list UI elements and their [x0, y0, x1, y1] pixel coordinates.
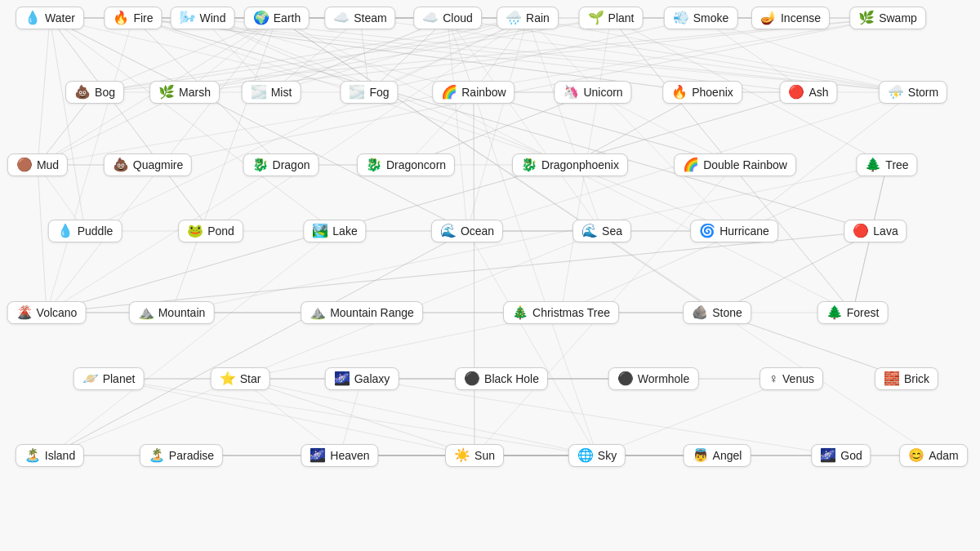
- node-label-phoenix: Phoenix: [692, 86, 733, 99]
- node-icon-mountain: ⛰️: [138, 306, 154, 319]
- node-water[interactable]: 💧Water: [16, 7, 84, 29]
- node-tree[interactable]: 🌲Tree: [856, 153, 917, 176]
- node-label-swamp: Swamp: [879, 11, 917, 24]
- node-label-wormhole: Wormhole: [638, 372, 690, 385]
- node-sky[interactable]: 🌐Sky: [568, 444, 626, 467]
- node-label-sky: Sky: [598, 449, 617, 462]
- node-rain[interactable]: 🌧️Rain: [497, 7, 559, 29]
- node-storm[interactable]: ⛈️Storm: [879, 81, 947, 104]
- node-lake[interactable]: 🏞️Lake: [303, 220, 366, 242]
- node-fog[interactable]: 🌫️Fog: [340, 81, 398, 104]
- node-dragonphoenix[interactable]: 🐉Dragonphoenix: [512, 153, 628, 176]
- node-volcano[interactable]: 🌋Volcano: [7, 301, 87, 324]
- node-icon-puddle: 💧: [57, 224, 74, 238]
- node-dragoncorn[interactable]: 🐉Dragoncorn: [357, 153, 455, 176]
- node-label-smoke: Smoke: [693, 11, 729, 24]
- node-quagmire[interactable]: 💩Quagmire: [104, 153, 192, 176]
- node-hurricane[interactable]: 🌀Hurricane: [690, 220, 778, 242]
- node-brick[interactable]: 🧱Brick: [875, 367, 938, 390]
- node-label-steam: Steam: [354, 11, 386, 24]
- node-sun[interactable]: ☀️Sun: [445, 444, 504, 467]
- node-label-stone: Stone: [712, 306, 742, 319]
- node-fire[interactable]: 🔥Fire: [104, 7, 162, 29]
- node-label-marsh: Marsh: [179, 86, 211, 99]
- node-label-mountainrange: Mountain Range: [330, 306, 414, 319]
- node-label-brick: Brick: [904, 372, 929, 385]
- node-bog[interactable]: 💩Bog: [65, 81, 124, 104]
- node-sea[interactable]: 🌊Sea: [572, 220, 631, 242]
- node-icon-wormhole: ⚫: [617, 372, 634, 385]
- node-label-incense: Incense: [781, 11, 821, 24]
- node-icon-stone: 🪨: [692, 306, 708, 319]
- node-venus[interactable]: ♀Venus: [760, 367, 823, 390]
- node-label-sea: Sea: [602, 224, 622, 238]
- node-island[interactable]: 🏝️Island: [16, 444, 84, 467]
- node-pond[interactable]: 🐸Pond: [178, 220, 243, 242]
- node-planet[interactable]: 🪐Planet: [74, 367, 145, 390]
- node-icon-blackhole: ⚫: [464, 372, 480, 385]
- node-ocean[interactable]: 🌊Ocean: [431, 220, 503, 242]
- node-ash[interactable]: 🔴Ash: [779, 81, 837, 104]
- node-rainbow[interactable]: 🌈Rainbow: [432, 81, 514, 104]
- node-icon-phoenix: 🔥: [671, 86, 688, 99]
- node-mountain[interactable]: ⛰️Mountain: [129, 301, 215, 324]
- node-icon-sky: 🌐: [577, 449, 594, 462]
- node-blackhole[interactable]: ⚫Black Hole: [455, 367, 548, 390]
- node-doublerainbow[interactable]: 🌈Double Rainbow: [674, 153, 796, 176]
- node-icon-forest: 🌲: [826, 306, 843, 319]
- node-icon-christmastree: 🎄: [512, 306, 528, 319]
- node-puddle[interactable]: 💧Puddle: [48, 220, 122, 242]
- node-icon-hurricane: 🌀: [699, 224, 715, 238]
- node-label-cloud: Cloud: [443, 11, 473, 24]
- node-icon-quagmire: 💩: [113, 158, 129, 171]
- node-icon-sea: 🌊: [581, 224, 598, 238]
- node-adam[interactable]: 😊Adam: [899, 444, 968, 467]
- node-forest[interactable]: 🌲Forest: [817, 301, 889, 324]
- node-unicorn[interactable]: 🦄Unicorn: [554, 81, 631, 104]
- node-wormhole[interactable]: ⚫Wormhole: [608, 367, 699, 390]
- node-stone[interactable]: 🪨Stone: [683, 301, 751, 324]
- node-label-wind: Wind: [200, 11, 226, 24]
- node-mud[interactable]: 🟤Mud: [7, 153, 68, 176]
- node-icon-mountainrange: ⛰️: [310, 306, 326, 319]
- node-label-lake: Lake: [332, 224, 357, 238]
- node-label-sun: Sun: [474, 449, 495, 462]
- node-galaxy[interactable]: 🌌Galaxy: [325, 367, 399, 390]
- node-label-star: Star: [240, 372, 261, 385]
- node-earth[interactable]: 🌍Earth: [244, 7, 310, 29]
- node-icon-ocean: 🌊: [440, 224, 457, 238]
- node-dragon[interactable]: 🐉Dragon: [243, 153, 319, 176]
- node-smoke[interactable]: 💨Smoke: [664, 7, 738, 29]
- node-cloud[interactable]: ☁️Cloud: [413, 7, 482, 29]
- node-label-forest: Forest: [847, 306, 880, 319]
- node-lava[interactable]: 🔴Lava: [844, 220, 906, 242]
- node-angel[interactable]: 👼Angel: [684, 444, 751, 467]
- node-swamp[interactable]: 🌿Swamp: [849, 7, 926, 29]
- node-label-ash: Ash: [808, 86, 828, 99]
- node-label-island: Island: [45, 449, 75, 462]
- node-label-mist: Mist: [271, 86, 292, 99]
- node-paradise[interactable]: 🏝️Paradise: [140, 444, 223, 467]
- node-plant[interactable]: 🌱Plant: [579, 7, 644, 29]
- node-label-venus: Venus: [782, 372, 814, 385]
- node-label-paradise: Paradise: [169, 449, 214, 462]
- node-label-unicorn: Unicorn: [583, 86, 622, 99]
- node-icon-star: ⭐: [220, 372, 236, 385]
- node-icon-ash: 🔴: [788, 86, 804, 99]
- node-mountainrange[interactable]: ⛰️Mountain Range: [301, 301, 423, 324]
- node-christmastree[interactable]: 🎄Christmas Tree: [503, 301, 619, 324]
- node-label-christmastree: Christmas Tree: [532, 306, 610, 319]
- node-label-storm: Storm: [908, 86, 938, 99]
- node-marsh[interactable]: 🌿Marsh: [149, 81, 220, 104]
- node-mist[interactable]: 🌫️Mist: [242, 81, 301, 104]
- node-icon-doublerainbow: 🌈: [683, 158, 699, 171]
- node-star[interactable]: ⭐Star: [211, 367, 270, 390]
- node-god[interactable]: 🌌God: [811, 444, 871, 467]
- node-heaven[interactable]: 🌌Heaven: [301, 444, 378, 467]
- node-phoenix[interactable]: 🔥Phoenix: [662, 81, 742, 104]
- node-steam[interactable]: ☁️Steam: [324, 7, 395, 29]
- node-icon-incense: 🪔: [760, 11, 777, 24]
- node-wind[interactable]: 🌬️Wind: [171, 7, 235, 29]
- node-icon-lake: 🏞️: [312, 224, 328, 238]
- node-incense[interactable]: 🪔Incense: [751, 7, 830, 29]
